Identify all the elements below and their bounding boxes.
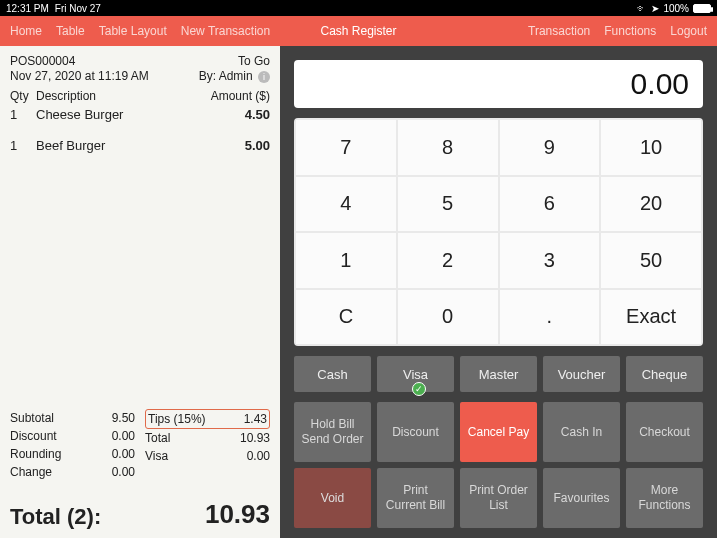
key-4[interactable]: 4 xyxy=(296,177,396,232)
page-title: Cash Register xyxy=(320,24,396,38)
check-icon: ✓ xyxy=(412,382,426,396)
wifi-icon: ᯤ xyxy=(637,3,647,14)
keypad: 789104562012350C0.Exact xyxy=(294,118,703,346)
pos-id: POS000004 xyxy=(10,54,75,68)
line-amount: 4.50 xyxy=(190,107,270,122)
fn-print-order-list[interactable]: Print OrderList xyxy=(460,468,537,528)
receipt-pane: POS000004 To Go Nov 27, 2020 at 11:19 AM… xyxy=(0,46,280,538)
sum-value: 0.00 xyxy=(112,445,135,463)
nav-right: Transaction Functions Logout xyxy=(528,24,707,38)
key-6[interactable]: 6 xyxy=(500,177,600,232)
status-time: 12:31 PM xyxy=(6,3,49,14)
receipt-total: Total (2): 10.93 xyxy=(0,489,280,538)
receipt-line[interactable]: 1 Beef Burger 5.00 xyxy=(10,138,270,153)
col-desc-header: Description xyxy=(36,89,190,103)
col-qty-header: Qty xyxy=(10,89,36,103)
fn-favourites[interactable]: Favourites xyxy=(543,468,620,528)
receipt-summary: Subtotal9.50 Discount0.00 Rounding0.00 C… xyxy=(10,403,270,481)
line-desc: Beef Burger xyxy=(36,138,190,153)
sum-label: Change xyxy=(10,463,52,481)
sum-value: 0.00 xyxy=(247,447,270,465)
battery-icon xyxy=(693,4,711,13)
fn-more-functions[interactable]: MoreFunctions xyxy=(626,468,703,528)
nav-logout[interactable]: Logout xyxy=(670,24,707,38)
sum-label: Rounding xyxy=(10,445,61,463)
sum-label: Discount xyxy=(10,427,57,445)
sum-label: Visa xyxy=(145,447,168,465)
key-exact[interactable]: Exact xyxy=(601,290,701,345)
location-icon: ➤ xyxy=(651,3,659,14)
nav-transaction[interactable]: Transaction xyxy=(528,24,590,38)
line-desc: Cheese Burger xyxy=(36,107,190,122)
sum-value: 0.00 xyxy=(112,463,135,481)
nav-functions[interactable]: Functions xyxy=(604,24,656,38)
pay-cheque[interactable]: Cheque xyxy=(626,356,703,392)
line-qty: 1 xyxy=(10,107,36,122)
fn-cash-in[interactable]: Cash In xyxy=(543,402,620,462)
nav-table[interactable]: Table xyxy=(56,24,85,38)
order-datetime: Nov 27, 2020 at 11:19 AM xyxy=(10,69,149,83)
by-label: By: Admin xyxy=(199,69,253,83)
fn-print-current-bill[interactable]: PrintCurrent Bill xyxy=(377,468,454,528)
nav-bar: Home Table Table Layout New Transaction … xyxy=(0,16,717,46)
amount-display: 0.00 xyxy=(294,60,703,108)
sum-label: Subtotal xyxy=(10,409,54,427)
receipt-line[interactable]: 1 Cheese Burger 4.50 xyxy=(10,107,270,122)
register-pane: 0.00 789104562012350C0.Exact CashVisa✓Ma… xyxy=(280,46,717,538)
nav-left: Home Table Table Layout New Transaction xyxy=(10,24,528,38)
key-7[interactable]: 7 xyxy=(296,120,396,175)
fn-cancel-pay[interactable]: Cancel Pay xyxy=(460,402,537,462)
key-.[interactable]: . xyxy=(500,290,600,345)
col-amount-header: Amount ($) xyxy=(190,89,270,103)
total-value: 10.93 xyxy=(205,499,270,530)
line-qty: 1 xyxy=(10,138,36,153)
key-8[interactable]: 8 xyxy=(398,120,498,175)
order-type: To Go xyxy=(238,54,270,68)
sum-value: 1.43 xyxy=(244,410,267,428)
key-c[interactable]: C xyxy=(296,290,396,345)
fn-void[interactable]: Void xyxy=(294,468,371,528)
sum-label: Tips (15%) xyxy=(148,410,206,428)
fn-discount[interactable]: Discount xyxy=(377,402,454,462)
key-5[interactable]: 5 xyxy=(398,177,498,232)
function-grid: Hold BillSend OrderDiscountCancel PayCas… xyxy=(294,402,703,528)
battery-percent: 100% xyxy=(663,3,689,14)
info-icon[interactable]: i xyxy=(258,71,270,83)
key-3[interactable]: 3 xyxy=(500,233,600,288)
sum-value: 0.00 xyxy=(112,427,135,445)
pay-cash[interactable]: Cash xyxy=(294,356,371,392)
pay-master[interactable]: Master xyxy=(460,356,537,392)
payment-row: CashVisa✓MasterVoucherCheque xyxy=(294,356,703,392)
sum-value: 9.50 xyxy=(112,409,135,427)
nav-table-layout[interactable]: Table Layout xyxy=(99,24,167,38)
line-amount: 5.00 xyxy=(190,138,270,153)
pay-visa[interactable]: Visa✓ xyxy=(377,356,454,392)
key-9[interactable]: 9 xyxy=(500,120,600,175)
sum-value: 10.93 xyxy=(240,429,270,447)
total-label: Total (2): xyxy=(10,504,101,530)
sum-label: Total xyxy=(145,429,170,447)
key-0[interactable]: 0 xyxy=(398,290,498,345)
key-50[interactable]: 50 xyxy=(601,233,701,288)
tips-row: Tips (15%)1.43 xyxy=(145,409,270,429)
pay-voucher[interactable]: Voucher xyxy=(543,356,620,392)
nav-new-transaction[interactable]: New Transaction xyxy=(181,24,270,38)
status-date: Fri Nov 27 xyxy=(55,3,101,14)
fn-hold-bill-send-order[interactable]: Hold BillSend Order xyxy=(294,402,371,462)
key-2[interactable]: 2 xyxy=(398,233,498,288)
fn-checkout[interactable]: Checkout xyxy=(626,402,703,462)
status-bar: 12:31 PM Fri Nov 27 ᯤ ➤ 100% xyxy=(0,0,717,16)
key-10[interactable]: 10 xyxy=(601,120,701,175)
nav-home[interactable]: Home xyxy=(10,24,42,38)
key-20[interactable]: 20 xyxy=(601,177,701,232)
key-1[interactable]: 1 xyxy=(296,233,396,288)
